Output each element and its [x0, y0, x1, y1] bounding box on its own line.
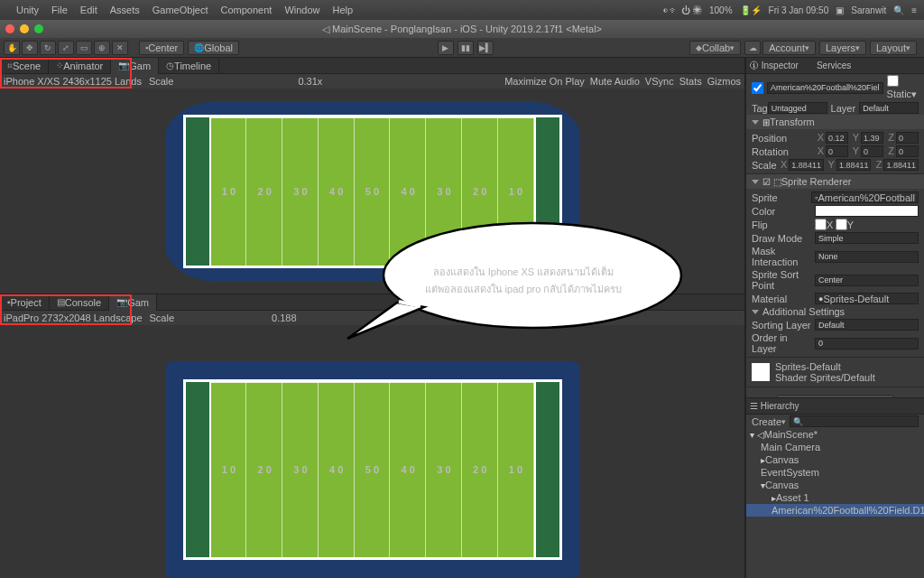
layer-dropdown[interactable]: Default [859, 102, 919, 114]
menu-component[interactable]: Component [221, 5, 273, 15]
tab-console[interactable]: ▤ Console [50, 294, 109, 311]
device-dropdown-top[interactable]: iPhone X/XS 2436x1125 Lands [4, 76, 142, 87]
rect-tool[interactable]: ▭ [76, 41, 92, 55]
rot-y[interactable]: 0 [861, 145, 883, 157]
sortpoint-dropdown[interactable]: Center [815, 275, 919, 286]
clock: Fri 3 Jan 09:50 [769, 5, 829, 15]
tab-game-top[interactable]: 📷 Gam [111, 58, 159, 74]
rotate-tool[interactable]: ↻ [40, 41, 56, 55]
vsync-toggle[interactable]: VSync [645, 76, 674, 87]
layout-dropdown[interactable]: Layout ▾ [870, 41, 917, 55]
zoom-dot[interactable] [34, 24, 43, 33]
pos-z[interactable]: 0 [896, 132, 919, 144]
flip-x[interactable] [815, 219, 827, 230]
static-check[interactable] [887, 75, 899, 87]
go-enabled[interactable] [752, 82, 763, 94]
speech-bubble: ลองแสดงใน Iphone XS แสดงสนามได้เต็มแต่พอ… [343, 217, 686, 343]
flip-y[interactable] [836, 219, 847, 230]
hierarchy-item[interactable]: ▸ Asset 1 [746, 491, 924, 504]
scene-row[interactable]: ▾ ◁ MainScene* [746, 428, 924, 441]
menu-assets[interactable]: Assets [110, 5, 140, 15]
game-header-top: iPhone X/XS 2436x1125 Lands Scale 0.31x … [0, 74, 744, 89]
maximize-toggle[interactable]: Maximize On Play [504, 76, 585, 87]
tag-dropdown[interactable]: Untagged [768, 102, 827, 114]
pos-y[interactable]: 1.39 [861, 132, 883, 144]
material-icon [752, 363, 770, 381]
stats-toggle[interactable]: Stats [679, 76, 702, 87]
hierarchy-create[interactable]: Create [752, 416, 781, 427]
move-tool[interactable]: ✥ [22, 41, 38, 55]
scl-z[interactable]: 1.88411 [883, 159, 919, 171]
sortlayer-dropdown[interactable]: Default [815, 319, 919, 331]
user[interactable]: Saranwit [851, 5, 886, 15]
menu-edit[interactable]: Edit [80, 5, 97, 15]
pivot-mode[interactable]: ▪Center [139, 41, 184, 55]
pivot-rotation[interactable]: 🌐Global [188, 41, 239, 55]
hierarchy-item[interactable]: EventSystem [746, 466, 924, 479]
tab-services[interactable]: Services [817, 61, 851, 70]
pause-button[interactable]: ▮▮ [457, 41, 474, 55]
inspector-panel: 🛈 Inspector Services American%20Football… [746, 58, 924, 397]
play-button[interactable]: ▶ [438, 41, 454, 55]
menu-window[interactable]: Window [284, 5, 319, 15]
device-dropdown-bottom[interactable]: iPadPro 2732x2048 Landscape [4, 312, 143, 323]
cloud-button[interactable]: ☁ [744, 41, 761, 55]
unity-toolbar: ✋ ✥ ↻ ⤢ ▭ ⊕ ✕ ▪Center 🌐Global ▶ ▮▮ ▶▍ ◆C… [0, 38, 924, 58]
material-field[interactable]: ●Sprites-Default [815, 293, 919, 304]
pos-x[interactable]: 0.12 [826, 132, 848, 144]
hand-tool[interactable]: ✋ [4, 41, 20, 55]
order-field[interactable]: 0 [815, 338, 919, 350]
color-field[interactable] [815, 205, 919, 217]
close-dot[interactable] [5, 24, 14, 33]
hierarchy-item-selected[interactable]: American%20Football%20Field.D13.2k [746, 504, 924, 517]
menu-help[interactable]: Help [333, 5, 354, 15]
scl-y[interactable]: 1.88411 [836, 159, 872, 171]
transform-tool[interactable]: ⊕ [94, 41, 110, 55]
step-button[interactable]: ▶▍ [477, 41, 494, 55]
layers-dropdown[interactable]: Layers ▾ [819, 41, 866, 55]
tab-timeline[interactable]: ◷ Timeline [159, 58, 219, 74]
top-tabs: ⌗ Scene ⁘ Animator 📷 Gam ◷ Timeline [0, 58, 744, 74]
battery: 100% [709, 5, 733, 15]
hierarchy-search[interactable]: 🔍 [790, 415, 919, 427]
status-icon: ◐ ᯤ ⏻ ✺ [663, 5, 702, 15]
collab-button[interactable]: ◆Collab ▾ [689, 41, 741, 55]
tab-scene[interactable]: ⌗ Scene [0, 58, 49, 74]
menu-gameobject[interactable]: GameObject [152, 5, 208, 15]
game-viewport-bottom: 1 02 03 04 05 04 03 02 01 0 [0, 325, 744, 578]
search-icon[interactable]: 🔍 [893, 5, 904, 15]
tab-animator[interactable]: ⁘ Animator [49, 58, 111, 74]
menu-unity[interactable]: Unity [16, 5, 39, 15]
tab-inspector[interactable]: 🛈 Inspector [750, 61, 808, 70]
tab-project[interactable]: ▪ Project [0, 294, 50, 311]
spriterenderer-header[interactable]: ☑ ⬚ Sprite Renderer [746, 174, 924, 189]
rot-x[interactable]: 0 [826, 145, 848, 157]
hierarchy-item[interactable]: Main Camera [746, 441, 924, 453]
transform-header[interactable]: ⊞ Transform [746, 115, 924, 129]
hierarchy-item[interactable]: ▸ Canvas [746, 453, 924, 466]
mask-dropdown[interactable]: None [815, 251, 919, 263]
tab-hierarchy[interactable]: ☰ Hierarchy [750, 401, 808, 411]
go-name[interactable]: American%20Football%20Fiel [767, 82, 883, 94]
scl-x[interactable]: 1.88411 [789, 159, 824, 171]
hierarchy-item[interactable]: ▾ Canvas [746, 479, 924, 491]
custom-tool[interactable]: ✕ [112, 41, 128, 55]
sprite-field[interactable]: ▫American%20Football [811, 191, 919, 203]
traffic-lights[interactable] [5, 24, 43, 33]
min-dot[interactable] [20, 24, 29, 33]
rot-z[interactable]: 0 [896, 145, 919, 157]
drawmode-dropdown[interactable]: Simple [815, 232, 919, 244]
game-render-bottom: 1 02 03 04 05 04 03 02 01 0 [165, 361, 580, 578]
menu-icon[interactable]: ≡ [911, 5, 917, 15]
hierarchy-panel: ☰ Hierarchy Create ▾ 🔍 ▾ ◁ MainScene* Ma… [746, 397, 924, 578]
user-icon: ▣ [836, 5, 844, 15]
tab-game-bottom[interactable]: 📷 Gam [109, 294, 157, 311]
mute-toggle[interactable]: Mute Audio [590, 76, 640, 87]
window-title: ◁ MainScene - PonglangIsan - iOS - Unity… [322, 23, 602, 35]
battery-icon: 🔋⚡ [740, 5, 762, 15]
menu-file[interactable]: File [51, 5, 68, 15]
window-titlebar: ◁ MainScene - PonglangIsan - iOS - Unity… [0, 20, 924, 38]
scale-tool[interactable]: ⤢ [58, 41, 74, 55]
account-dropdown[interactable]: Account ▾ [762, 41, 816, 55]
gizmos-toggle[interactable]: Gizmos [707, 76, 741, 87]
